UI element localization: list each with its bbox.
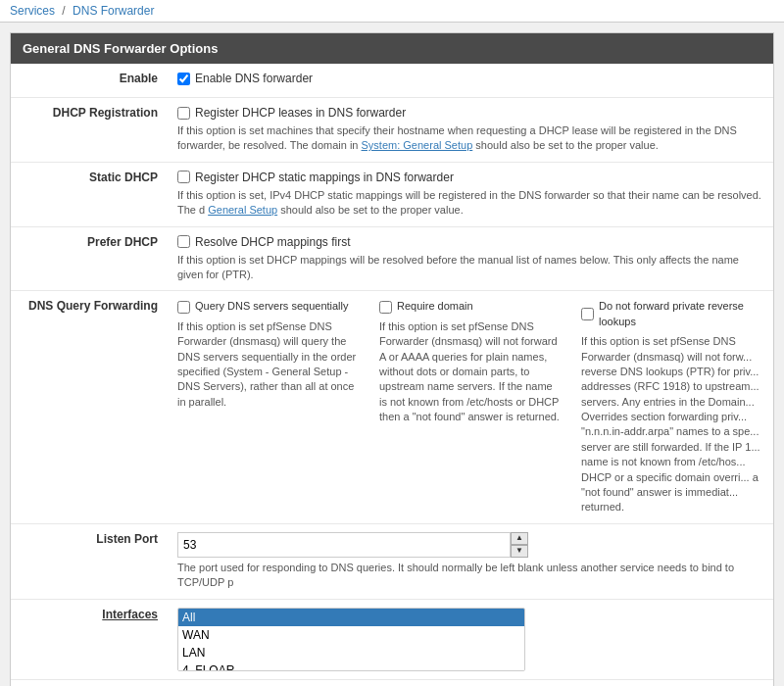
interfaces-option-wan[interactable]: WAN [178,626,524,644]
enable-checkbox-label: Enable DNS forwarder [195,72,313,85]
dns-query-grid: Query DNS servers sequentially If this o… [177,299,763,514]
interfaces-content: All WAN LAN 4_FLOAR [168,599,773,679]
dhcp-registration-checkbox[interactable] [177,107,190,120]
dhcp-registration-label: DHCP Registration [11,98,168,163]
interfaces-option-all[interactable]: All [178,609,524,626]
dns-query-col1-checkbox-row: Query DNS servers sequentially [177,299,360,314]
prefer-dhcp-checkbox-label: Resolve DHCP mappings first [195,235,351,249]
listen-port-input-wrapper: ▲ ▼ [177,532,763,558]
enable-row: Enable Enable DNS forwarder [11,64,773,98]
dhcp-registration-checkbox-row: Register DHCP leases in DNS forwarder [177,106,763,120]
dns-query-col1: Query DNS servers sequentially If this o… [177,299,360,514]
listen-port-content: ▲ ▼ The port used for responding to DNS … [168,523,773,599]
static-dhcp-label: Static DHCP [11,162,168,226]
interfaces-option-4floar[interactable]: 4_FLOAR [178,662,524,671]
dns-query-col3: Do not forward private reverse lookups I… [581,299,763,514]
spin-up-button[interactable]: ▲ [511,532,528,545]
panel-title: General DNS Forwarder Options [11,33,773,64]
breadcrumb-parent[interactable]: Services [10,4,55,18]
dns-query-col3-checkbox-row: Do not forward private reverse lookups [581,299,763,329]
enable-label: Enable [11,64,168,98]
spin-buttons: ▲ ▼ [511,532,528,558]
interfaces-row: Interfaces All WAN LAN 4_FLOAR [11,599,773,679]
dns-query-forwarding-label: DNS Query Forwarding [11,291,168,523]
dhcp-registration-desc: If this option is set machines that spec… [177,123,763,154]
interfaces-label: Interfaces [11,599,168,679]
static-dhcp-checkbox-row: Register DHCP static mappings in DNS for… [177,171,763,184]
query-sequential-checkbox[interactable] [177,301,190,314]
spin-down-button[interactable]: ▼ [511,545,528,558]
listen-port-desc: The port used for responding to DNS quer… [177,561,763,591]
enable-content: Enable DNS forwarder [168,64,773,98]
prefer-dhcp-content: Resolve DHCP mappings first If this opti… [168,226,773,291]
interfaces-bottom-desc: Interface IPs used by the DNS Forwarder … [11,680,773,686]
require-domain-label: Require domain [397,299,473,314]
prefer-dhcp-checkbox-row: Resolve DHCP mappings first [177,235,763,249]
interfaces-select[interactable]: All WAN LAN 4_FLOAR [177,608,525,671]
no-private-reverse-desc: If this option is set pfSense DNS Forwar… [581,334,763,515]
dhcp-registration-checkbox-label: Register DHCP leases in DNS forwarder [195,106,406,120]
prefer-dhcp-checkbox[interactable] [177,235,190,248]
prefer-dhcp-desc: If this option is set DHCP mappings will… [177,253,763,283]
breadcrumb-current: DNS Forwarder [73,4,154,18]
breadcrumb-separator: / [62,4,65,18]
dns-query-col2-checkbox-row: Require domain [379,299,562,314]
listen-port-input[interactable] [177,532,511,558]
dns-query-forwarding-content: Query DNS servers sequentially If this o… [168,291,773,523]
dhcp-registration-content: Register DHCP leases in DNS forwarder If… [168,98,773,163]
dns-query-forwarding-row: DNS Query Forwarding Query DNS servers s… [11,291,773,523]
query-sequential-label: Query DNS servers sequentially [195,299,349,314]
enable-checkbox[interactable] [177,73,190,85]
static-dhcp-row: Static DHCP Register DHCP static mapping… [11,162,773,226]
prefer-dhcp-row: Prefer DHCP Resolve DHCP mappings first … [11,226,773,291]
no-private-reverse-checkbox[interactable] [581,308,594,320]
static-dhcp-checkbox-label: Register DHCP static mappings in DNS for… [195,171,454,184]
dhcp-registration-link[interactable]: System: General Setup [362,139,473,151]
query-sequential-desc: If this option is set pfSense DNS Forwar… [177,319,360,410]
options-table: Enable Enable DNS forwarder DHCP Registr… [11,64,773,680]
static-dhcp-link[interactable]: General Setup [208,204,277,216]
require-domain-desc: If this option is set pfSense DNS Forwar… [379,319,562,425]
static-dhcp-desc: If this option is set, IPv4 DHCP static … [177,188,763,219]
static-dhcp-checkbox[interactable] [177,171,190,183]
no-private-reverse-label: Do not forward private reverse lookups [599,299,763,329]
listen-port-label: Listen Port [11,523,168,599]
listen-port-row: Listen Port ▲ ▼ The port used for respon… [11,523,773,599]
interfaces-option-lan[interactable]: LAN [178,644,524,662]
breadcrumb: Services / DNS Forwarder [0,0,784,23]
enable-checkbox-row: Enable DNS forwarder [177,72,763,85]
dhcp-registration-row: DHCP Registration Register DHCP leases i… [11,98,773,163]
require-domain-checkbox[interactable] [379,301,392,314]
prefer-dhcp-label: Prefer DHCP [11,226,168,291]
dns-query-col2: Require domain If this option is set pfS… [379,299,562,514]
general-dns-forwarder-panel: General DNS Forwarder Options Enable Ena… [10,32,774,686]
static-dhcp-content: Register DHCP static mappings in DNS for… [168,162,773,226]
